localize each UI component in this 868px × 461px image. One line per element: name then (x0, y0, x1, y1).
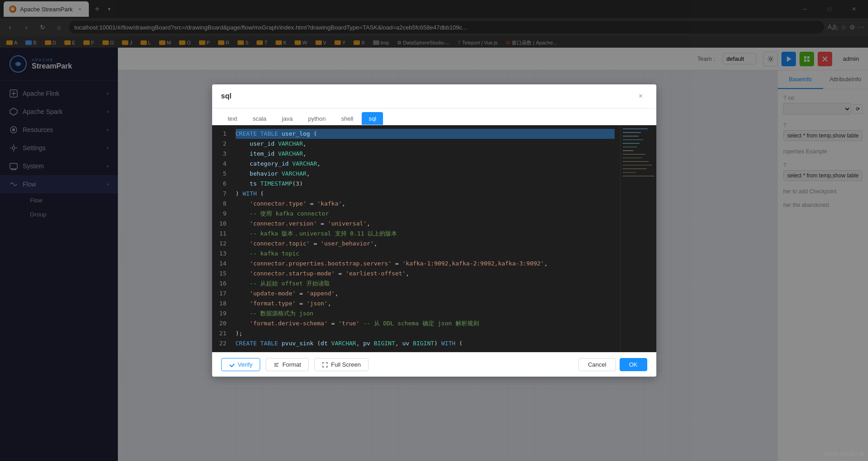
line-num-14: 14 (219, 259, 227, 269)
code-line-2: user_id VARCHAR, (236, 139, 615, 149)
svg-rect-16 (621, 125, 656, 307)
line-num-10: 10 (219, 219, 227, 229)
code-editor[interactable]: 1 2 3 4 5 6 7 8 9 10 11 12 13 14 15 16 1 (212, 125, 656, 352)
line-num-6: 6 (223, 179, 227, 189)
line-num-11: 11 (219, 229, 227, 239)
line-num-19: 19 (219, 309, 227, 319)
code-line-14: 'connector.properties.bootstrap.servers'… (236, 259, 615, 269)
line-num-12: 12 (219, 239, 227, 249)
modal-overlay: sql × text scala java python shell sql 1… (0, 0, 868, 461)
line-num-8: 8 (223, 199, 227, 209)
watermark: CSDN @哈影八度 (824, 451, 864, 457)
line-num-21: 21 (219, 329, 227, 338)
code-line-19: -- 数据源格式为 json (236, 309, 615, 319)
code-line-4: category_id VARCHAR, (236, 159, 615, 169)
code-line-3: item_id VARCHAR, (236, 149, 615, 159)
tab-scala[interactable]: scala (246, 112, 273, 125)
cancel-button[interactable]: Cancel (578, 358, 616, 371)
code-line-12: 'connector.topic' = 'user_behavior', (236, 239, 615, 249)
format-button[interactable]: Format (266, 358, 309, 371)
tab-shell[interactable]: shell (335, 112, 360, 125)
code-line-8: 'connector.type' = 'kafka', (236, 199, 615, 209)
line-numbers: 1 2 3 4 5 6 7 8 9 10 11 12 13 14 15 16 1 (212, 125, 230, 352)
minimap-svg (621, 125, 656, 307)
code-line-15: 'connector.startup-mode' = 'earliest-off… (236, 269, 615, 279)
format-icon (273, 362, 280, 368)
code-line-6: ts TIMESTAMP(3) (236, 179, 615, 189)
code-line-10: 'connector.version' = 'universal', (236, 219, 615, 229)
dialog-actions: Cancel OK (578, 358, 647, 371)
ok-button[interactable]: OK (620, 358, 647, 371)
fullscreen-icon (322, 362, 328, 368)
tab-text[interactable]: text (221, 112, 244, 125)
code-line-16: -- 从起始 offset 开始读取 (236, 279, 615, 289)
line-num-5: 5 (223, 169, 227, 179)
code-content[interactable]: CREATE TABLE user_log ( user_id VARCHAR,… (230, 125, 620, 352)
verify-button[interactable]: Verify (221, 358, 261, 371)
fullscreen-button[interactable]: Full Screen (314, 358, 369, 371)
line-num-1: 1 (223, 129, 227, 139)
tab-python[interactable]: python (301, 112, 333, 125)
tab-sql[interactable]: sql (362, 112, 383, 125)
line-num-16: 16 (219, 279, 227, 289)
line-num-9: 9 (223, 209, 227, 219)
code-line-18: 'format.type' = 'json', (236, 299, 615, 309)
modal-footer: Verify Format Full Screen Cancel OK (212, 352, 656, 377)
code-line-20: 'format.derive-schema' = 'true' -- 从 DDL… (236, 319, 615, 329)
code-line-9: -- 使用 kafka connector (236, 209, 615, 219)
check-icon (229, 362, 235, 368)
code-line-11: -- kafka 版本，universal 支持 0.11 以上的版本 (236, 229, 615, 239)
line-num-17: 17 (219, 289, 227, 299)
line-num-13: 13 (219, 249, 227, 259)
line-num-20: 20 (219, 319, 227, 329)
modal-title: sql (221, 92, 232, 100)
sql-editor-modal: sql × text scala java python shell sql 1… (212, 84, 656, 377)
code-line-13: -- kafka topic (236, 249, 615, 259)
modal-header: sql × (212, 84, 656, 108)
line-num-18: 18 (219, 299, 227, 309)
modal-close-button[interactable]: × (635, 90, 647, 103)
minimap (620, 125, 656, 352)
line-num-22: 22 (219, 338, 227, 348)
modal-body: 1 2 3 4 5 6 7 8 9 10 11 12 13 14 15 16 1 (212, 125, 656, 352)
code-line-21: ); (236, 329, 615, 338)
modal-tabs: text scala java python shell sql (212, 108, 656, 125)
code-line-1: CREATE TABLE user_log ( (236, 129, 615, 139)
line-num-15: 15 (219, 269, 227, 279)
line-num-2: 2 (223, 139, 227, 149)
code-line-5: behavior VARCHAR, (236, 169, 615, 179)
line-num-4: 4 (223, 159, 227, 169)
code-line-7: ) WITH ( (236, 189, 615, 199)
tab-java[interactable]: java (275, 112, 300, 125)
code-line-17: 'update-mode' = 'append', (236, 289, 615, 299)
code-line-22: CREATE TABLE pvuv_sink (dt VARCHAR, pv B… (236, 338, 615, 348)
line-num-3: 3 (223, 149, 227, 159)
line-num-7: 7 (223, 189, 227, 199)
